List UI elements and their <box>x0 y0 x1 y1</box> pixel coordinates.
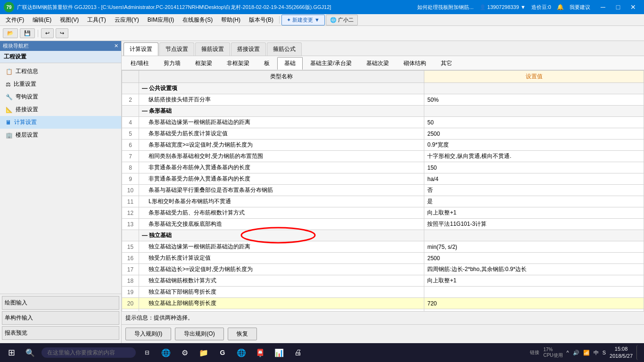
windows-start-button[interactable]: ⊞ <box>4 345 19 360</box>
hint-text: 提示信息：提供两种选择。 <box>125 314 193 322</box>
window-title: 广联达BIM钢筋算量软件 GGJ2013 - [C:\Users\Adminis… <box>17 4 331 11</box>
ratio-icon: ⚖ <box>6 81 11 88</box>
user-info: 👤 13907298339 ▼ <box>479 4 526 10</box>
clock: 15:08 2018/5/27 <box>610 346 633 360</box>
task-view-button[interactable]: ⊟ <box>140 345 155 360</box>
table-row: 13 条形基础无交接底板底部构造 按照平法11G101-3计算 <box>122 219 644 230</box>
tab-calc-settings[interactable]: 计算设置 <box>124 42 158 56</box>
table-row: 12 条形基础受力筋、分布筋根数计算方式 向上取整+1 <box>122 207 644 219</box>
close-button[interactable]: ✕ <box>626 0 640 14</box>
tab-stirrup-settings[interactable]: 箍筋设置 <box>195 42 230 56</box>
network-icon[interactable]: 📶 <box>583 350 590 356</box>
date-display: 2018/5/27 <box>610 353 633 360</box>
settings-table: 类型名称 设置值 — 公共设置项 2 纵筋搭接接头错开百分率 <box>122 70 644 311</box>
table-row: 15 独立基础边缘第一根钢筋距基础边的距离 min(75, s/2) <box>122 241 644 253</box>
menu-view[interactable]: 视图(V) <box>56 15 83 25</box>
sidebar-nav: 📋 工程信息 ⚖ 比重设置 🔧 弯钩设置 📐 搭接设置 🖩 计算设置 🏢 <box>0 63 121 294</box>
user-button[interactable]: 🌐 广小二 <box>326 15 358 25</box>
structure-icon: 🔧 <box>6 94 13 100</box>
suggest-btn[interactable]: 我要建议 <box>570 4 590 11</box>
sub-tab-foundation[interactable]: 基础 <box>277 57 303 70</box>
table-row: 5 条形基础受力筋长度计算设定值 2500 <box>122 128 644 140</box>
dropdown-icon: ▼ <box>314 17 320 23</box>
table-row-highlighted[interactable]: 20 独立基础上部钢筋弯折长度 720 <box>122 298 644 309</box>
menu-version[interactable]: 版本号(B) <box>245 15 277 25</box>
sidebar-item-project-info[interactable]: 📋 工程信息 <box>0 65 121 78</box>
sub-tab-other[interactable]: 其它 <box>434 57 459 70</box>
caret-icon[interactable]: ^ <box>567 350 569 355</box>
show-desktop-button[interactable] <box>636 345 640 360</box>
settings-table-container: 类型名称 设置值 — 公共设置项 2 纵筋搭接接头错开百分率 <box>122 70 644 311</box>
sidebar-item-structure-settings[interactable]: 🔧 弯钩设置 <box>0 90 121 103</box>
antivirus-icon[interactable]: S <box>603 350 606 355</box>
table-row: 8 非贯通条基分布筋伸入贯通条基内的长度 150 <box>122 162 644 173</box>
help-text: 如何处理筏板附加钢筋... <box>417 4 473 11</box>
table-row: 9 非贯通条基受力筋伸入贯通条基内的长度 ha/4 <box>122 173 644 185</box>
settings-icon[interactable]: ⚙ <box>177 345 192 360</box>
menu-online[interactable]: 在线服务(S) <box>179 15 216 25</box>
sub-tab-secondary-beam[interactable]: 基础次梁 <box>359 57 396 70</box>
maximize-button[interactable]: □ <box>611 0 625 14</box>
sidebar-close-icon[interactable]: ✕ <box>114 43 118 49</box>
sidebar-item-lap-settings[interactable]: 📐 搭接设置 <box>0 103 121 116</box>
menu-cloud[interactable]: 云应用(Y) <box>111 15 143 25</box>
sidebar-bottom: 绘图输入 单构件输入 报表预览 <box>0 294 121 343</box>
col-value-header: 设置值 <box>424 71 644 83</box>
sub-tab-shearwall[interactable]: 剪力墙 <box>157 57 188 70</box>
restore-button[interactable]: 恢复 <box>228 328 257 340</box>
title-bar-left: 79 广联达BIM钢筋算量软件 GGJ2013 - [C:\Users\Admi… <box>4 2 331 12</box>
minimize-button[interactable]: ─ <box>596 0 610 14</box>
chart-icon[interactable]: 📊 <box>272 345 287 360</box>
sidebar-item-floor-settings[interactable]: 🏢 楼层设置 <box>0 129 121 141</box>
menu-edit[interactable]: 编辑(E) <box>29 15 55 25</box>
tab-node-settings[interactable]: 节点设置 <box>159 42 194 56</box>
new-change-button[interactable]: ✦ 新建变更 ▼ <box>281 15 325 25</box>
mail-icon[interactable]: 📮 <box>253 345 268 360</box>
window-controls[interactable]: ─ □ ✕ <box>596 0 640 14</box>
drawing-input-button[interactable]: 绘图输入 <box>2 296 119 310</box>
table-row: 11 L形相交时条基分布钢筋均不贯通 是 <box>122 196 644 207</box>
calc-icon: 🖩 <box>6 119 11 126</box>
menu-help[interactable]: 帮助(H) <box>217 15 244 25</box>
edge-icon[interactable]: 🌐 <box>158 345 173 360</box>
sub-tab-foundation-beam[interactable]: 基础主梁/承台梁 <box>303 57 358 70</box>
tab-lap-settings[interactable]: 搭接设置 <box>231 42 266 56</box>
export-rules-button[interactable]: 导出规则(O) <box>175 328 223 340</box>
sub-tab-frame-beam[interactable]: 框架梁 <box>188 57 219 70</box>
undo-button[interactable]: ↩ <box>41 28 54 38</box>
lap-icon: 📐 <box>6 107 13 113</box>
save-button[interactable]: 💾 <box>20 28 35 38</box>
open-button[interactable]: 📂 <box>3 28 18 38</box>
print-icon[interactable]: 🖨 <box>290 345 305 360</box>
project-info-icon: 📋 <box>6 68 13 75</box>
import-rules-button[interactable]: 导入规则(I) <box>125 328 171 340</box>
menu-bim[interactable]: BIM应用(I) <box>144 15 178 25</box>
glodon-icon[interactable]: G <box>215 345 230 360</box>
sub-tab-masonry[interactable]: 砌体结构 <box>396 57 433 70</box>
table-row: — 公共设置项 <box>122 83 644 94</box>
report-preview-button[interactable]: 报表预览 <box>2 326 119 340</box>
ime-indicator[interactable]: 中 <box>594 349 599 356</box>
single-component-button[interactable]: 单构件输入 <box>2 311 119 325</box>
sidebar-item-ratio-settings[interactable]: ⚖ 比重设置 <box>0 78 121 90</box>
volume-icon[interactable]: 🔊 <box>573 350 579 356</box>
search-button[interactable]: 🔍 <box>23 345 38 360</box>
table-row: 4 条形基础边缘第一根钢筋距基础边的距离 50 <box>122 117 644 128</box>
browser-icon[interactable]: 🌐 <box>234 345 249 360</box>
bottom-bar: 导入规则(I) 导出规则(O) 恢复 <box>122 324 644 343</box>
menu-file[interactable]: 文件(F) <box>2 15 28 25</box>
title-bar-right: 如何处理筏板附加钢筋... 👤 13907298339 ▼ 造价豆:0 🔔 我要… <box>417 0 640 14</box>
tab-stirrup-formula[interactable]: 箍筋公式 <box>267 42 302 56</box>
taskbar-search-input[interactable] <box>41 347 136 358</box>
sidebar-item-calc-settings[interactable]: 🖩 计算设置 <box>0 116 121 129</box>
table-row: 17 独立基础边长>=设定值时,受力钢筋长度为 四周钢筋:边长-2*bho,其余… <box>122 264 644 275</box>
sub-tab-nonframe-beam[interactable]: 非框架梁 <box>220 57 256 70</box>
redo-button[interactable]: ↪ <box>56 28 68 38</box>
title-bar: 79 广联达BIM钢筋算量软件 GGJ2013 - [C:\Users\Admi… <box>0 0 644 14</box>
file-explorer-icon[interactable]: 📁 <box>196 345 211 360</box>
sub-tab-slab[interactable]: 板 <box>257 57 277 70</box>
col-num-header <box>122 71 139 83</box>
sub-tab-col[interactable]: 柱/墙柱 <box>124 57 156 70</box>
menu-tools[interactable]: 工具(T) <box>83 15 109 25</box>
floor-icon: 🏢 <box>6 132 13 139</box>
